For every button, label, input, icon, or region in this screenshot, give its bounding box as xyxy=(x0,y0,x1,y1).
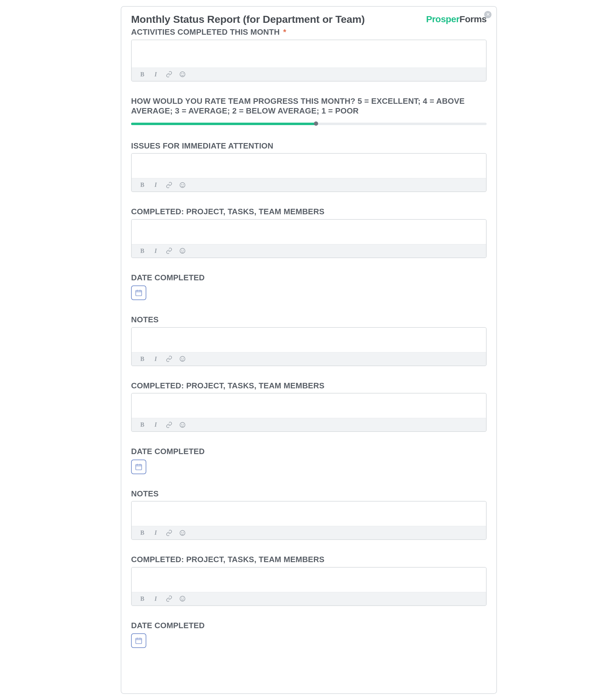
link-icon[interactable] xyxy=(166,71,173,78)
field-label: COMPLETED: PROJECT, TASKS, TEAM MEMBERS xyxy=(131,555,487,565)
editor-toolbar: B I xyxy=(132,68,486,81)
richtext-input[interactable] xyxy=(132,501,486,526)
editor-toolbar: B I xyxy=(132,526,486,539)
italic-icon[interactable]: I xyxy=(152,422,159,428)
section-activities-completed: ACTIVITIES COMPLETED THIS MONTH * B I xyxy=(131,27,487,82)
emoji-icon[interactable] xyxy=(179,595,186,602)
brand-logo: ProsperForms xyxy=(426,14,487,24)
svg-point-18 xyxy=(183,424,183,424)
slider-fill xyxy=(131,123,316,125)
field-label: COMPLETED: PROJECT, TASKS, TEAM MEMBERS xyxy=(131,207,487,217)
italic-icon[interactable]: I xyxy=(152,355,159,362)
section-date-completed-3: DATE COMPLETED xyxy=(131,621,487,648)
richtext-input[interactable] xyxy=(132,40,486,68)
close-icon[interactable] xyxy=(484,11,491,18)
svg-point-15 xyxy=(183,358,183,359)
richtext-field: B I xyxy=(131,153,487,192)
svg-point-0 xyxy=(180,72,185,77)
field-label: HOW WOULD YOU RATE TEAM PROGRESS THIS MO… xyxy=(131,96,487,116)
rating-slider[interactable] xyxy=(131,121,487,126)
svg-point-16 xyxy=(180,422,185,427)
richtext-field: B I xyxy=(131,219,487,258)
editor-toolbar: B I xyxy=(132,244,486,258)
slider-thumb[interactable] xyxy=(314,121,318,126)
svg-point-13 xyxy=(180,356,185,362)
calendar-icon xyxy=(135,637,143,645)
date-picker-button[interactable] xyxy=(131,633,146,648)
bold-icon[interactable]: B xyxy=(139,247,146,254)
svg-point-2 xyxy=(183,74,183,74)
link-icon[interactable] xyxy=(166,182,173,188)
form-title: Monthly Status Report (for Department or… xyxy=(131,13,364,25)
richtext-field: B I xyxy=(131,327,487,366)
date-picker-button[interactable] xyxy=(131,286,146,300)
section-completed-1: COMPLETED: PROJECT, TASKS, TEAM MEMBERS … xyxy=(131,207,487,258)
richtext-input[interactable] xyxy=(132,568,486,592)
field-label: ISSUES FOR IMMEDIATE ATTENTION xyxy=(131,141,487,151)
section-rating: HOW WOULD YOU RATE TEAM PROGRESS THIS MO… xyxy=(131,96,487,126)
section-date-completed-1: DATE COMPLETED xyxy=(131,273,487,301)
richtext-input[interactable] xyxy=(132,154,486,178)
label-text: ACTIVITIES COMPLETED THIS MONTH xyxy=(131,27,280,37)
svg-point-8 xyxy=(183,250,183,250)
section-notes-1: NOTES B I xyxy=(131,315,487,366)
emoji-icon[interactable] xyxy=(179,422,186,428)
bold-icon[interactable]: B xyxy=(139,529,146,536)
emoji-icon[interactable] xyxy=(179,529,186,536)
italic-icon[interactable]: I xyxy=(152,247,159,254)
link-icon[interactable] xyxy=(166,422,173,428)
svg-rect-29 xyxy=(136,638,142,643)
italic-icon[interactable]: I xyxy=(152,595,159,602)
section-issues: ISSUES FOR IMMEDIATE ATTENTION B I xyxy=(131,141,487,192)
calendar-icon xyxy=(135,463,143,471)
richtext-input[interactable] xyxy=(132,328,486,352)
calendar-icon xyxy=(135,289,143,297)
bold-icon[interactable]: B xyxy=(139,422,146,428)
link-icon[interactable] xyxy=(166,355,173,362)
svg-point-23 xyxy=(180,530,185,535)
field-label: ACTIVITIES COMPLETED THIS MONTH * xyxy=(131,27,487,37)
field-label: NOTES xyxy=(131,489,487,499)
richtext-field: B I xyxy=(131,40,487,82)
svg-point-5 xyxy=(183,184,183,185)
editor-toolbar: B I xyxy=(132,352,486,366)
emoji-icon[interactable] xyxy=(179,71,186,78)
brand-part1: Prosper xyxy=(426,14,460,24)
svg-point-3 xyxy=(180,182,185,188)
bold-icon[interactable]: B xyxy=(139,71,146,78)
emoji-icon[interactable] xyxy=(179,355,186,362)
field-label: DATE COMPLETED xyxy=(131,447,487,456)
field-label: COMPLETED: PROJECT, TASKS, TEAM MEMBERS xyxy=(131,381,487,391)
emoji-icon[interactable] xyxy=(179,247,186,254)
link-icon[interactable] xyxy=(166,595,173,602)
editor-toolbar: B I xyxy=(132,592,486,606)
richtext-field: B I xyxy=(131,501,487,540)
italic-icon[interactable]: I xyxy=(152,182,159,188)
editor-toolbar: B I xyxy=(132,418,486,431)
bold-icon[interactable]: B xyxy=(139,182,146,188)
italic-icon[interactable]: I xyxy=(152,529,159,536)
italic-icon[interactable]: I xyxy=(152,71,159,78)
link-icon[interactable] xyxy=(166,529,173,536)
required-marker: * xyxy=(283,27,286,37)
emoji-icon[interactable] xyxy=(179,182,186,188)
svg-point-6 xyxy=(180,248,185,253)
svg-point-26 xyxy=(180,596,185,601)
svg-rect-19 xyxy=(136,464,142,470)
richtext-field: B I xyxy=(131,567,487,606)
bold-icon[interactable]: B xyxy=(139,355,146,362)
date-picker-button[interactable] xyxy=(131,460,146,474)
field-label: DATE COMPLETED xyxy=(131,273,487,283)
richtext-input[interactable] xyxy=(132,394,486,418)
svg-rect-9 xyxy=(136,290,142,295)
field-label: NOTES xyxy=(131,315,487,325)
section-notes-2: NOTES B I xyxy=(131,489,487,540)
form-panel: Monthly Status Report (for Department or… xyxy=(121,6,497,694)
svg-point-28 xyxy=(183,598,183,598)
richtext-input[interactable] xyxy=(132,220,486,244)
bold-icon[interactable]: B xyxy=(139,595,146,602)
section-date-completed-2: DATE COMPLETED xyxy=(131,447,487,474)
field-label: DATE COMPLETED xyxy=(131,621,487,631)
link-icon[interactable] xyxy=(166,247,173,254)
section-completed-3: COMPLETED: PROJECT, TASKS, TEAM MEMBERS … xyxy=(131,555,487,606)
